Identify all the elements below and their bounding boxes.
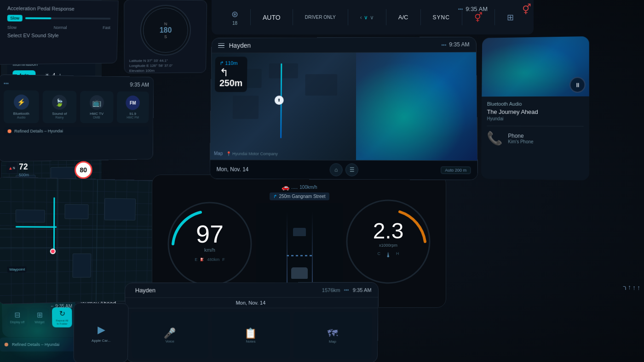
map2-icon: 🗺: [328, 328, 338, 339]
rpm-unit: x1000rpm: [379, 243, 397, 248]
home-btn[interactable]: ⌂: [330, 163, 343, 176]
carplay-label: Apple Car...: [92, 338, 110, 342]
seat-heat-icon: ⚥: [474, 12, 483, 23]
menu-line-1: [218, 43, 224, 44]
turn-icon: ↱ 110m: [220, 60, 243, 66]
nature-sublabel: Rainy: [55, 116, 63, 119]
f-label: F: [222, 257, 225, 262]
adas-turn: ↱ 250m Gangnam Street: [270, 192, 329, 200]
slider-track[interactable]: [25, 17, 110, 20]
clipboard-label: Notes: [246, 339, 256, 343]
track-title: The Journey Ahead: [487, 108, 584, 115]
speedo-container: 97 km/h E ⛽ 480km F: [166, 184, 253, 299]
ac-driver-only[interactable]: DRIVER ONLY: [305, 15, 336, 20]
carplay-icon: ▶: [98, 323, 105, 335]
fm-sublabel: HMC FM: [126, 116, 139, 119]
guide-line: [287, 255, 312, 256]
arrow-down-active[interactable]: ∨: [364, 14, 368, 21]
bluetooth-audio-label: Bluetooth Audio: [487, 101, 584, 107]
nav-btn[interactable]: ☰: [345, 163, 358, 176]
speed-unit: km/h: [204, 247, 215, 253]
media-stack-card: ▪▪▪ 9:35 AM ⚡ Bluetooth Audio 🍃 Sound of…: [0, 74, 154, 162]
arrow-left[interactable]: ‹: [360, 14, 362, 21]
compass-card: N 180 S Latitude N 37° 33' 44.1" Longitu…: [124, 0, 207, 74]
media-grid: ⚡ Bluetooth Audio 🍃 Sound of Rainy 📺 HMC…: [4, 90, 149, 123]
turn-arrow: ↱: [273, 194, 277, 199]
turn-text: 250m Gangnam Street: [279, 194, 325, 199]
slow-btn[interactable]: Slow: [7, 15, 22, 21]
nav-time: 9:35 AM: [449, 41, 470, 48]
ac-sync[interactable]: SYNC: [433, 14, 450, 21]
speed-value: 97: [196, 221, 224, 246]
widget-map2[interactable]: 🗺 Map: [293, 312, 373, 359]
fm-icon: FM: [130, 100, 136, 105]
nav-arrow-4: ↑: [637, 284, 640, 292]
ac-fan-left[interactable]: ⊛ 18: [231, 9, 238, 26]
media-fm[interactable]: FM 91.9 HMC FM: [116, 91, 149, 123]
driver-only-label: DRIVER ONLY: [305, 15, 336, 20]
nature-label: Sound of: [52, 112, 67, 116]
map-label: Map: [214, 151, 223, 156]
bt-sublabel: Audio: [17, 116, 26, 119]
nav-arrow: ⬆: [275, 96, 284, 105]
car-icon: 🚗: [282, 183, 289, 191]
nav-arrow-1: ר: [623, 284, 627, 292]
fm-freq: 91.9: [129, 112, 136, 116]
preceding-cars: .....: [291, 185, 298, 190]
temp-icon: 🌡: [385, 251, 391, 259]
bluetooth-icon: ⚡: [17, 98, 25, 106]
hayden-bottom-header: Hayden 1576km ▪▪▪ 9:35 AM: [125, 283, 378, 298]
media-dmb[interactable]: 📺 HMC TV DMB: [80, 91, 113, 123]
ac-seat-heat[interactable]: ⚥: [474, 12, 483, 23]
ac-defrost[interactable]: ⊞: [507, 12, 514, 23]
aurora-small: ▪▪ 9:35 AM: [0, 300, 76, 362]
ac-ac[interactable]: A/C: [398, 14, 408, 21]
building-1: [65, 204, 89, 219]
speedo-display: 97 km/h E ⛽ 480km F: [166, 184, 253, 299]
arrow-right[interactable]: ∨: [370, 14, 374, 21]
media-bluetooth[interactable]: ⚡ Bluetooth Audio: [4, 90, 39, 123]
tv-icon: 📺: [92, 98, 101, 107]
play-pause-btn[interactable]: ⏸: [569, 77, 585, 92]
turn-distance: 250m: [219, 78, 243, 89]
building-2: [104, 198, 136, 221]
right-road-line: [312, 211, 313, 285]
ac-divider-1: [250, 9, 251, 25]
map-route-v: [53, 198, 55, 254]
ac-divider-4: [386, 9, 386, 25]
adas-speed: 100km/h: [299, 185, 317, 190]
hayden-signal: ▪▪▪: [344, 287, 349, 292]
compass-ring: [143, 8, 189, 53]
phone-icon: 📞: [487, 131, 502, 146]
media-time: 9:35 AM: [130, 81, 149, 88]
nav-main-card: Hayden ▪▪▪ 9:35 AM ⬆ ↱ 110m ↰: [209, 37, 478, 180]
tr-signal: ▪▪▪: [458, 6, 463, 11]
accel-slider-row[interactable]: Slow: [7, 15, 111, 22]
map-block-2: [269, 63, 298, 79]
widget-mic[interactable]: 🎤 Voice: [131, 312, 209, 358]
signal-icon: ▪▪▪: [441, 42, 446, 47]
nav-map[interactable]: ⬆ ↱ 110m ↰ 250m Map 📍 Hyundai Motor Comp…: [210, 53, 356, 160]
waypoint-label: Waypoint: [7, 266, 27, 272]
hud-compass: ▲ N: [6, 162, 17, 173]
carplay-card[interactable]: ▶ Apple Car...: [74, 303, 129, 362]
media-nature[interactable]: 🍃 Sound of Rainy: [42, 90, 76, 123]
widget-clipboard[interactable]: 📋 Notes: [212, 312, 289, 359]
nav-controls[interactable]: ⌂ ☰: [330, 163, 358, 176]
menu-icon[interactable]: [218, 43, 224, 48]
turn-distance-big: ↰: [219, 67, 243, 78]
ac-divider-3: [348, 9, 348, 25]
aurora-glow: [0, 300, 76, 362]
nav-title: Hayden: [229, 42, 251, 49]
ac-arrows[interactable]: ‹ ∨ ∨: [360, 14, 374, 21]
ev-sound-label[interactable]: Select EV Sound Style: [7, 33, 110, 38]
ac-auto[interactable]: AUTO: [263, 14, 281, 21]
track-artist: Hyundai: [487, 116, 584, 122]
turn-info-overlay: ↱ 110m ↰ 250m: [215, 57, 247, 92]
mic-icon: 🎤: [163, 327, 176, 339]
building-3: [16, 209, 46, 222]
seat-heat-top[interactable]: ⚥: [522, 4, 531, 16]
road-viz: [256, 203, 343, 285]
refined-dot: [7, 130, 11, 133]
map-block-4: [232, 96, 259, 119]
